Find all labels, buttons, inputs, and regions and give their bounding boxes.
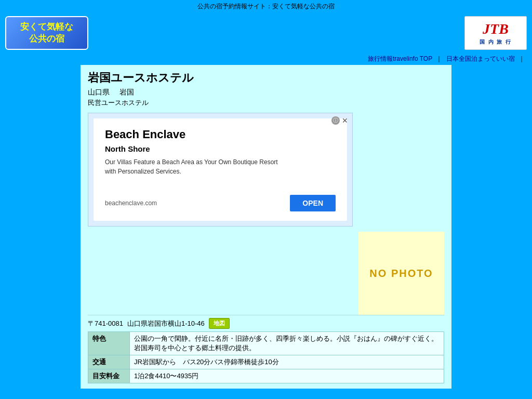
- ad-inner: Beach Enclave North Shore Our Villas Fea…: [94, 118, 347, 221]
- no-photo-text: NO PHOTO: [369, 268, 433, 280]
- jtb-subtitle: 国 内 旅 行: [480, 38, 512, 46]
- hotel-name: 岩国ユースホステル: [88, 70, 444, 86]
- ad-container: ⓘ ✕ Beach Enclave North Shore Our Villas…: [88, 113, 353, 227]
- site-logo[interactable]: 安くて気軽な 公共の宿: [5, 16, 88, 50]
- ad-controls: ⓘ ✕: [331, 116, 348, 125]
- ad-url: beachenclave.com: [105, 200, 157, 207]
- detail-label: 交通: [88, 355, 130, 369]
- jtb-letters: JTB: [483, 21, 509, 37]
- ad-close-icon[interactable]: ✕: [342, 116, 348, 125]
- ad-title: Beach Enclave: [105, 128, 336, 141]
- ad-info-icon[interactable]: ⓘ: [331, 116, 340, 125]
- detail-label: 特色: [88, 332, 130, 355]
- hotel-city: 岩国: [119, 88, 134, 96]
- logo-line2: 公共の宿: [20, 33, 73, 45]
- detail-value: JR岩国駅から バス20分バス停錦帯橋徒歩10分: [130, 355, 444, 369]
- no-photo-box: NO PHOTO: [358, 232, 444, 315]
- detail-value: 公園の一角で閑静。付近に名所・旧跡が多く、四季折々楽しめる。小説『おはん』の碑が…: [130, 332, 444, 355]
- details-table: 特色公園の一角で閑静。付近に名所・旧跡が多く、四季折々楽しめる。小説『おはん』の…: [88, 331, 444, 383]
- postal-code: 〒741-0081: [88, 319, 123, 328]
- nav-sep1: ｜: [436, 55, 442, 62]
- content-lower: NO PHOTO: [88, 232, 444, 315]
- address-text: 山口県岩国市横山1-10-46: [127, 319, 205, 328]
- description-area: [88, 232, 358, 315]
- ad-footer: beachenclave.com OPEN: [105, 195, 336, 211]
- logo-line1: 安くて気軽な: [20, 21, 73, 33]
- hotel-type: 民営ユースホステル: [88, 98, 444, 108]
- map-button[interactable]: 地図: [209, 318, 230, 329]
- hotel-location: 山口県 岩国: [88, 88, 444, 97]
- nav-sep2: ｜: [518, 55, 525, 62]
- nav-link-travelinfo[interactable]: 旅行情報travelinfo TOP: [368, 55, 432, 62]
- hotel-prefecture: 山口県: [88, 88, 110, 96]
- ad-open-button[interactable]: OPEN: [290, 195, 336, 211]
- nav-link-hotels[interactable]: 日本全国泊まっていい宿: [446, 55, 515, 62]
- topbar-text: 公共の宿予約情報サイト：安くて気軽な公共の宿: [197, 3, 335, 10]
- detail-label: 目安料金: [88, 369, 130, 383]
- detail-value: 1泊2食4410〜4935円: [130, 369, 444, 383]
- right-sidebar: [451, 65, 532, 389]
- ad-subtitle: North Shore: [105, 144, 336, 153]
- address-row: 〒741-0081 山口県岩国市横山1-10-46 地図: [88, 315, 444, 331]
- left-sidebar: [0, 65, 81, 389]
- jtb-logo: JTB 国 内 旅 行: [464, 16, 527, 50]
- ad-description: Our Villas Feature a Beach Area as Your …: [105, 157, 336, 176]
